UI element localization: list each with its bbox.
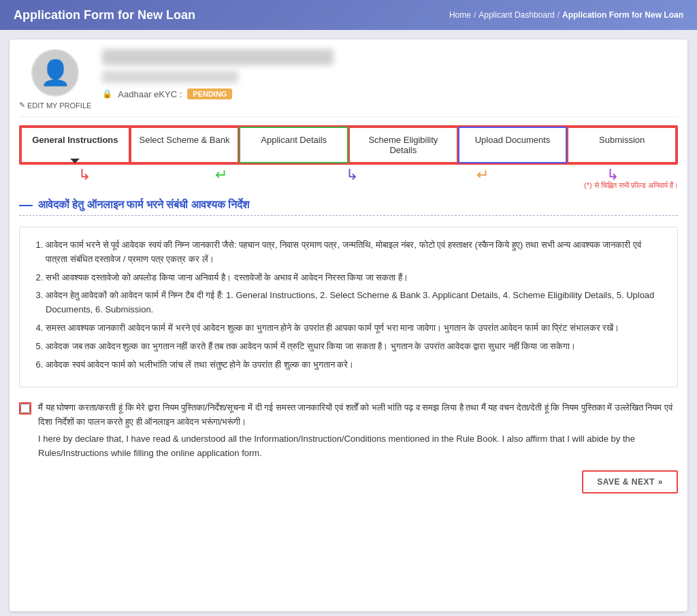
arrow-4: ↵: [476, 166, 489, 178]
declaration-row: मैं यह घोषणा करता/करती हूं कि मेरे द्वार…: [19, 401, 678, 460]
lock-icon: 🔒: [102, 89, 112, 99]
tab-submission[interactable]: Submission: [567, 127, 677, 163]
section-dash: —: [19, 197, 33, 212]
list-item: आवेदन हेतु आवेदकों को आवेदन फार्म में नि…: [46, 289, 664, 317]
declaration-hindi: मैं यह घोषणा करता/करती हूं कि मेरे द्वार…: [38, 401, 678, 429]
main-container: 👤 ✎ EDIT MY PROFILE 🔒 Aadhaar eKYC : PEN…: [10, 39, 687, 611]
tab-upload-documents[interactable]: Upload Documents: [458, 127, 568, 163]
arrows-row: ↳ ↵ ↳ ↵ ↳: [19, 165, 678, 180]
declaration-text: मैं यह घोषणा करता/करती हूं कि मेरे द्वार…: [38, 401, 678, 460]
breadcrumb: Home / Applicant Dashboard / Application…: [449, 10, 683, 20]
tab-scheme-eligibility[interactable]: Scheme Eligibility Details: [348, 127, 458, 163]
user-icon: 👤: [40, 59, 71, 87]
list-item: आवेदक जब तक आवेदन शुल्क का भुगतान नहीं क…: [46, 340, 664, 354]
list-item: समस्त आवश्यक जानकारी आवेदन फार्म में भरन…: [46, 321, 664, 336]
profile-info-area: 🔒 Aadhaar eKYC : PENDING: [102, 49, 678, 99]
profile-name-blurred: [102, 49, 334, 65]
edit-profile-label[interactable]: EDIT MY PROFILE: [27, 101, 91, 110]
breadcrumb-dashboard[interactable]: Applicant Dashboard: [479, 10, 554, 20]
profile-section: 👤 ✎ EDIT MY PROFILE 🔒 Aadhaar eKYC : PEN…: [19, 49, 678, 117]
arrow-3: ↳: [346, 166, 358, 178]
list-item: आवेदक स्वयं आवेदन फार्म को भलीभांति जांच…: [46, 358, 664, 372]
page-title: Application Form for New Loan: [14, 8, 195, 22]
declaration-english: I here by declare that, I have read & un…: [38, 432, 678, 461]
avatar: 👤: [31, 49, 79, 97]
list-item: आवेदन फार्म भरने से पूर्व आवेदक स्वयं की…: [46, 238, 664, 267]
status-badge: PENDING: [187, 88, 232, 99]
arrow-2: ↵: [215, 166, 227, 178]
breadcrumb-current: Application Form for New Loan: [562, 10, 683, 20]
edit-icon: ✎: [19, 101, 25, 110]
page-header: Application Form for New Loan Home / App…: [0, 0, 697, 30]
save-next-button[interactable]: SAVE & NEXT »: [582, 470, 678, 493]
declaration-checkbox-wrapper[interactable]: [19, 402, 31, 415]
aadhaar-row: 🔒 Aadhaar eKYC : PENDING: [102, 88, 678, 99]
edit-profile-link[interactable]: ✎ EDIT MY PROFILE: [19, 101, 91, 110]
tab-general-instructions[interactable]: General Instructions: [20, 127, 130, 163]
section-heading: — आवेदकों हेतु ऑनलाइन फार्म भरने संबंधी …: [19, 197, 678, 216]
tab-applicant-details[interactable]: Applicant Details: [239, 127, 348, 163]
tab-select-scheme-bank[interactable]: Select Scheme & Bank: [130, 127, 240, 163]
aadhaar-label: Aadhaar eKYC :: [118, 89, 182, 99]
footer-row: SAVE & NEXT »: [19, 470, 678, 493]
arrow-1: ↳: [78, 166, 91, 178]
tabs-row: General Instructions Select Scheme & Ban…: [19, 125, 678, 165]
tabs-wrapper: General Instructions Select Scheme & Ban…: [19, 125, 678, 190]
profile-detail-blurred: [102, 71, 238, 83]
arrow-5: ↳: [606, 166, 619, 178]
instructions-list: आवेदन फार्म भरने से पूर्व आवेदक स्वयं की…: [33, 238, 664, 372]
instructions-box: आवेदन फार्म भरने से पूर्व आवेदक स्वयं की…: [19, 227, 678, 387]
section-heading-text: आवेदकों हेतु ऑनलाइन फार्म भरने संबंधी आव…: [38, 199, 249, 211]
avatar-area: 👤 ✎ EDIT MY PROFILE: [19, 49, 91, 110]
breadcrumb-home[interactable]: Home: [449, 10, 471, 20]
list-item: सभी आवश्यक दस्तावेजो को अपलोड किया जाना …: [46, 271, 664, 285]
breadcrumb-sep-1: /: [474, 10, 476, 20]
double-arrow-icon: »: [658, 477, 663, 487]
declaration-checkbox[interactable]: [20, 404, 30, 413]
breadcrumb-sep-2: /: [557, 10, 560, 20]
